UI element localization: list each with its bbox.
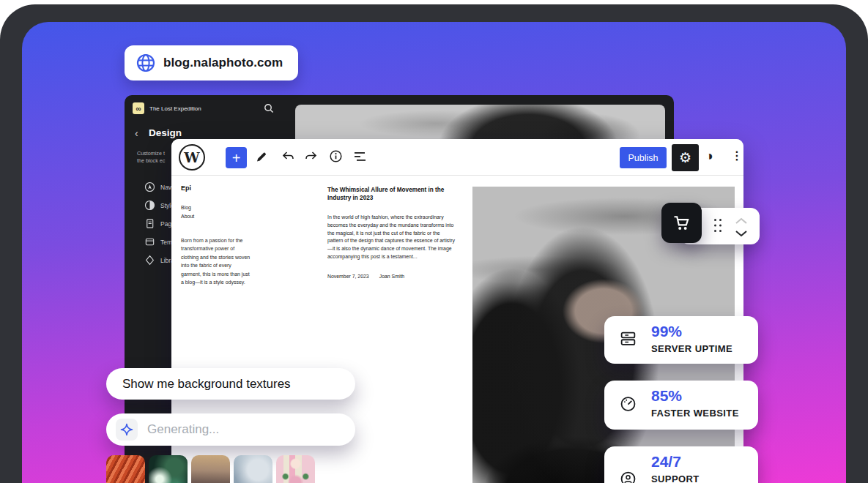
- chevron-left-icon[interactable]: ‹: [135, 127, 138, 139]
- edit-pencil-icon[interactable]: [254, 149, 269, 167]
- stat-card-uptime: 99% SERVER UPTIME: [604, 316, 758, 364]
- address-url: blog.nalaphoto.com: [163, 56, 283, 70]
- post-date: November 7, 2023: [327, 274, 369, 279]
- add-block-button[interactable]: +: [226, 147, 247, 168]
- texture-thumbnail-pink[interactable]: [276, 455, 315, 483]
- texture-thumbnail-green[interactable]: [149, 455, 188, 483]
- site-intro-paragraph: Born from a passion for the transformati…: [181, 236, 252, 286]
- styles-contrast-icon[interactable]: ◑: [705, 149, 713, 162]
- speedometer-icon: [619, 394, 637, 416]
- preview-photo-top: [295, 105, 665, 139]
- cart-icon: [672, 214, 692, 233]
- panel-description-line1: Customize t: [137, 150, 165, 157]
- templates-icon: [144, 236, 155, 247]
- design-panel-title: Design: [149, 127, 182, 138]
- post-title: The Whimsical Allure of Movement in the …: [327, 186, 452, 202]
- chat-status-text: Generating...: [147, 422, 219, 437]
- chevron-up-icon[interactable]: [735, 214, 748, 228]
- editor-toolbar: W + Publish ⚙ ◑ ⋮: [171, 139, 743, 176]
- site-logo-icon[interactable]: ∞: [133, 102, 144, 114]
- address-bar[interactable]: blog.nalaphoto.com: [125, 45, 298, 80]
- library-icon: [144, 255, 155, 266]
- chat-prompt-bubble: Show me background textures: [106, 368, 355, 400]
- stat-card-speed: 85% FASTER WEBSITE: [604, 381, 758, 430]
- panel-description-line2: the block ec: [137, 157, 165, 164]
- chevron-down-icon[interactable]: [735, 227, 748, 240]
- settings-gear-icon[interactable]: ⚙: [672, 144, 699, 171]
- stat-value: 24/7: [651, 453, 681, 471]
- texture-thumbnail-orange[interactable]: [106, 455, 145, 483]
- info-icon[interactable]: [329, 149, 343, 166]
- nav-link-about[interactable]: About: [181, 214, 194, 219]
- options-kebab-icon[interactable]: ⋮: [731, 150, 743, 162]
- sparkle-icon: [116, 419, 138, 441]
- post-author: Joan Smith: [379, 274, 404, 279]
- list-view-icon[interactable]: [353, 151, 368, 165]
- navigation-icon: [144, 181, 155, 192]
- publish-button[interactable]: Publish: [620, 147, 667, 168]
- support-agent-icon: [619, 470, 637, 483]
- stat-value: 85%: [651, 387, 682, 405]
- server-icon: [619, 329, 637, 351]
- post-excerpt: In the world of high fashion, where the …: [327, 214, 456, 261]
- texture-thumbnail-blue[interactable]: [234, 455, 272, 483]
- chat-prompt-text: Show me background textures: [122, 377, 291, 392]
- stat-label: SERVER UPTIME: [651, 343, 732, 354]
- drag-handle-icon[interactable]: [713, 217, 723, 236]
- stat-value: 99%: [651, 323, 682, 340]
- site-name-heading: Epi: [181, 184, 191, 192]
- chat-status-bubble: Generating...: [106, 413, 355, 446]
- texture-thumbnail-brown[interactable]: [191, 455, 230, 483]
- cart-block-button[interactable]: [661, 203, 702, 243]
- site-title: The Lost Expedition: [149, 105, 201, 112]
- stat-label: SUPPORT: [651, 473, 700, 483]
- wordpress-logo-icon[interactable]: W: [179, 144, 205, 171]
- styles-icon: [144, 200, 155, 211]
- stat-card-support: 24/7 SUPPORT: [604, 446, 758, 483]
- search-icon[interactable]: [264, 103, 274, 116]
- nav-link-blog[interactable]: Blog: [181, 205, 191, 210]
- undo-icon[interactable]: [280, 151, 295, 166]
- globe-icon: [136, 53, 155, 72]
- pages-icon: [144, 218, 155, 229]
- post-meta: November 7, 2023Joan Smith: [327, 274, 404, 279]
- stat-label: FASTER WEBSITE: [651, 408, 739, 419]
- redo-icon[interactable]: [304, 151, 319, 166]
